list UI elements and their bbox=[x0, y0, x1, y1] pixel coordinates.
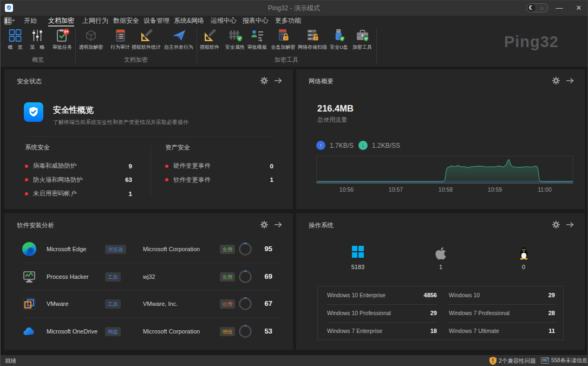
ribbon-item-overview[interactable]: 概 览 bbox=[8, 28, 23, 51]
panel-network-overview: 网络概要 216.4MB 总使用流量 ↑ 1.7KB/S ↓ 1.2KB/SS bbox=[296, 69, 585, 209]
software-row-edge[interactable]: Microsoft Edge 浏览器 Microsoft Corporation… bbox=[4, 236, 293, 263]
software-row-vmware[interactable]: VMware 工具 VMware, Inc. 收费 67 bbox=[4, 290, 293, 317]
network-traffic-chart bbox=[316, 156, 573, 184]
ribbon-group-label-encrypt-tools: 加密工具 bbox=[275, 56, 298, 63]
price-badge: 增值 bbox=[220, 327, 235, 336]
fence-shield-icon bbox=[228, 28, 243, 43]
ribbon-item-behavior-audit[interactable]: 行为审计 bbox=[110, 28, 130, 51]
red-dot-icon bbox=[25, 178, 28, 181]
network-panel-title: 网络概要 bbox=[309, 77, 334, 86]
network-open-arrow[interactable] bbox=[566, 77, 574, 84]
ribbon-item-licensed-software-stats[interactable]: 授权软件统计 bbox=[132, 28, 161, 51]
edge-logo-icon bbox=[22, 242, 36, 256]
ribbon-item-secure-usb[interactable]: 安全U盘 bbox=[330, 28, 348, 51]
price-badge: 收费 bbox=[220, 299, 235, 309]
category-badge: 网盘 bbox=[105, 327, 121, 336]
menu-item-more[interactable]: 更多功能 bbox=[275, 16, 301, 27]
menu-item-doc-encrypt[interactable]: 文档加密 bbox=[48, 16, 74, 27]
menu-item-ops-center[interactable]: 运维中心 bbox=[211, 16, 237, 27]
policy-sliders-icon bbox=[30, 28, 45, 43]
ribbon-item-approval-tasks[interactable]: 9+ 审批任务 bbox=[53, 28, 72, 51]
software-row-onedrive[interactable]: Microsoft OneDrive 网盘 Microsoft Corporat… bbox=[4, 318, 293, 345]
ribbon-separator-3 bbox=[376, 29, 377, 63]
vmware-logo-icon bbox=[22, 297, 36, 311]
list-item[interactable]: 病毒和威胁防护9 bbox=[25, 159, 132, 173]
windows-logo-icon bbox=[352, 246, 364, 258]
os-settings-gear-icon[interactable] bbox=[552, 221, 560, 228]
table-row: Windows 10 Professional29 Windows 7 Prof… bbox=[318, 304, 563, 322]
security-open-arrow[interactable] bbox=[274, 77, 282, 84]
theme-toggle[interactable]: ☾ ☼ bbox=[526, 3, 548, 12]
price-badge: 免费 bbox=[220, 272, 235, 282]
server-lock-icon bbox=[305, 28, 320, 43]
arrow-right-icon bbox=[274, 221, 282, 228]
download-rate-value: 1.2KB/SS bbox=[372, 142, 400, 149]
platform-apple: 1 bbox=[419, 246, 462, 272]
ribbon-item-approval-template[interactable]: 审批模板 bbox=[247, 28, 267, 51]
software-panel-title: 软件安装分析 bbox=[17, 221, 54, 230]
list-item[interactable]: 硬件变更事件0 bbox=[165, 159, 273, 173]
security-panel-title: 安全状态 bbox=[17, 77, 42, 86]
menu-item-start[interactable]: 开始 bbox=[24, 16, 37, 27]
price-badge: 免费 bbox=[220, 245, 235, 254]
approval-clipboard-icon: 9+ bbox=[55, 28, 70, 43]
sun-icon[interactable]: ☼ bbox=[535, 4, 548, 12]
moon-icon[interactable]: ☾ bbox=[527, 4, 535, 12]
ribbon-item-policy[interactable]: 策 略 bbox=[30, 28, 45, 51]
onedrive-logo-icon bbox=[22, 324, 36, 338]
score-ring bbox=[238, 242, 252, 256]
system-security-section: 系统安全 病毒和威胁防护9 防火墙和网络防护63 未启用密码帐户1 bbox=[25, 143, 132, 201]
ribbon-separator-2 bbox=[197, 29, 197, 63]
ssd-lock-icon bbox=[276, 28, 291, 43]
status-compat-issues[interactable]: 2个兼容性问题 bbox=[489, 357, 536, 365]
x-tick: 10:56 bbox=[339, 186, 354, 193]
ribbon-group-label-doc-encrypt: 文档加密 bbox=[124, 56, 148, 63]
process-hacker-logo-icon bbox=[22, 270, 36, 284]
ribbon-item-licensed-software[interactable]: 授权软件 bbox=[200, 28, 219, 51]
ribbon-item-fulldisk-encrypt[interactable]: 全盘加解密 bbox=[271, 28, 296, 51]
list-item[interactable]: 软件变更事件1 bbox=[165, 173, 273, 187]
menu-item-web-behavior[interactable]: 上网行为 bbox=[82, 16, 108, 27]
menu-item-device-mgmt[interactable]: 设备管理 bbox=[143, 16, 169, 27]
network-settings-gear-icon[interactable] bbox=[552, 77, 560, 84]
panel-software-analysis: 软件安装分析 Microsoft Edge 浏览器 Microsoft Corp… bbox=[4, 213, 293, 350]
upload-arrow-icon: ↑ bbox=[316, 141, 325, 150]
category-badge: 工具 bbox=[105, 299, 121, 309]
platform-windows: 5183 bbox=[336, 246, 380, 272]
linux-count: 0 bbox=[502, 264, 545, 270]
menu-item-report-center[interactable]: 报表中心 bbox=[243, 16, 269, 27]
overview-grid-icon bbox=[8, 28, 23, 43]
x-tick: 10:58 bbox=[439, 186, 453, 193]
usb-shield-icon bbox=[332, 28, 347, 43]
ribbon-item-self-send-behavior[interactable]: 自主外发行为 bbox=[164, 28, 193, 51]
minimize-button[interactable]: — bbox=[550, 1, 569, 16]
ruler-pencil-icon bbox=[139, 28, 154, 43]
security-shield-icon bbox=[24, 102, 43, 122]
apple-logo-icon bbox=[435, 246, 446, 260]
red-dot-icon bbox=[25, 165, 28, 168]
menu-burger-icon[interactable] bbox=[4, 17, 18, 25]
list-item[interactable]: 防火墙和网络防护63 bbox=[25, 173, 132, 187]
window-title: Ping32 - 演示模式 bbox=[1, 1, 587, 16]
os-open-arrow[interactable] bbox=[566, 221, 574, 228]
security-settings-gear-icon[interactable] bbox=[260, 77, 268, 84]
ribbon-item-security-attributes[interactable]: 安全属性 bbox=[225, 28, 245, 51]
system-security-title: 系统安全 bbox=[25, 143, 132, 152]
close-button[interactable]: ✕ bbox=[570, 1, 588, 16]
software-row-process-hacker[interactable]: Process Hacker 工具 wj32 免费 69 bbox=[4, 263, 293, 290]
panel-operating-systems: 操作系统 5183 1 0 Windows 10 Enterprise4856 … bbox=[296, 213, 585, 350]
ribbon-item-encrypt-tools[interactable]: 加密工具 bbox=[352, 28, 372, 51]
os-panel-title: 操作系统 bbox=[309, 221, 334, 230]
menu-item-sys-network[interactable]: 系统&网络 bbox=[174, 16, 204, 27]
status-unread-messages[interactable]: 558条未读信息 bbox=[541, 357, 587, 364]
divider bbox=[23, 136, 273, 136]
list-item[interactable]: 未启用密码帐户1 bbox=[25, 187, 132, 201]
ribbon-item-transparent-encrypt[interactable]: 透明加解密 bbox=[79, 28, 103, 51]
arrow-right-icon bbox=[566, 221, 574, 228]
software-open-arrow[interactable] bbox=[274, 221, 282, 228]
ribbon-item-network-storage-scan[interactable]: 网络存储扫描 bbox=[298, 28, 327, 51]
table-row: Windows 7 Enterprise18 Windows 7 Ultimat… bbox=[318, 322, 563, 340]
software-settings-gear-icon[interactable] bbox=[260, 221, 268, 228]
x-tick: 10:59 bbox=[488, 186, 502, 193]
menu-item-data-security[interactable]: 数据安全 bbox=[113, 16, 139, 27]
